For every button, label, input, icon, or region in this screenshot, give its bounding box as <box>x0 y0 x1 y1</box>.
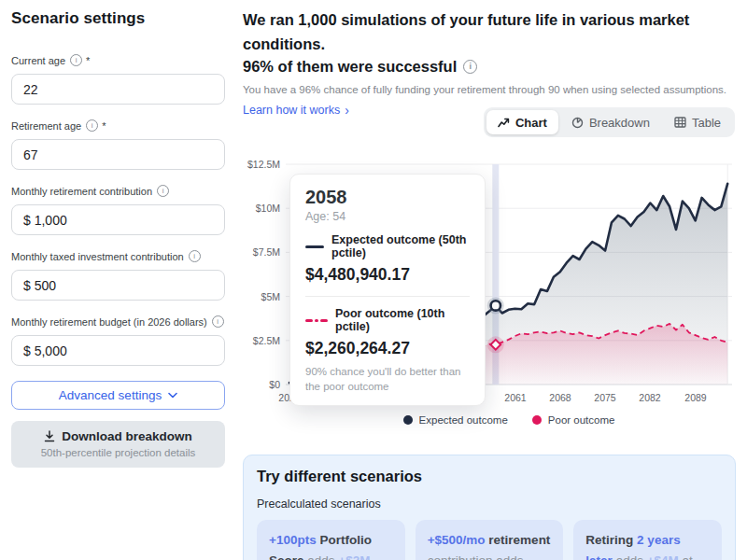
tab-table[interactable]: Table <box>663 110 732 134</box>
legend-poor-label: Poor outcome <box>548 414 615 426</box>
legend-dot-poor <box>532 415 542 425</box>
learn-link-label: Learn how it works <box>243 104 340 117</box>
scenario-card-text: +$4M <box>647 553 679 560</box>
info-icon[interactable]: i <box>463 60 477 74</box>
download-icon <box>44 430 55 442</box>
retirement-age-input[interactable] <box>11 139 225 170</box>
x-tick-label: 2089 <box>677 392 714 403</box>
scenarios-subtitle: Precalculated scenarios <box>257 497 722 511</box>
results-header: We ran 1,000 simulations of your future … <box>243 7 736 118</box>
x-tick-label: 2061 <box>497 392 534 403</box>
assumptions-subtext: You have a 96% chance of fully funding y… <box>243 84 736 95</box>
try-scenarios-panel: Try different scenarios Precalculated sc… <box>243 455 736 560</box>
required-asterisk: * <box>86 55 90 66</box>
scenario-card-text: adds <box>304 553 339 560</box>
legend-poor: Poor outcome <box>532 414 615 426</box>
y-tick-label: $0 <box>269 379 280 390</box>
scenario-card-text: retirement <box>486 533 551 547</box>
expected-line-sample <box>305 245 324 248</box>
field-label: Monthly taxed investment contribution <box>11 251 184 262</box>
scenario-card[interactable]: Retiring 2 years later adds +$4M at reti… <box>573 520 722 560</box>
scenario-card-text: contribution adds <box>428 553 524 560</box>
chart-tooltip: 2058 Age: 54 Expected outcome (50th pcti… <box>289 174 486 406</box>
scenarios-title: Try different scenarios <box>257 468 722 485</box>
tab-chart[interactable]: Chart <box>486 110 558 134</box>
current-age-input[interactable] <box>11 74 225 105</box>
y-tick-label: $12.5M <box>247 159 280 170</box>
y-tick-label: $2.5M <box>253 335 280 346</box>
scenario-card-text: adds <box>613 553 647 560</box>
required-asterisk: * <box>102 120 106 132</box>
field-retirement-age: Retirement age i * <box>11 119 225 170</box>
download-subtitle: 50th-percentile projection details <box>19 447 218 458</box>
scenario-card-text: +100pts <box>269 533 317 547</box>
advanced-settings-button[interactable]: Advanced settings <box>11 381 225 410</box>
tooltip-poor-value: $2,260,264.27 <box>305 339 470 358</box>
tooltip-note: 90% chance you'll do better than the poo… <box>305 365 470 394</box>
info-icon[interactable]: i <box>212 315 224 328</box>
field-label: Retirement age <box>11 120 81 132</box>
download-title: Download breakdown <box>62 429 192 443</box>
field-current-age: Current age i * <box>11 54 225 105</box>
field-label: Current age <box>11 55 65 66</box>
field-label: Monthly retirement contribution <box>11 186 152 197</box>
chevron-down-icon <box>168 392 177 399</box>
sidebar-title: Scenario settings <box>11 9 225 28</box>
headline: We ran 1,000 simulations of your future … <box>243 7 736 57</box>
field-label: Monthly retirement budget (in 2026 dolla… <box>11 316 207 328</box>
tooltip-year: 2058 <box>305 187 470 208</box>
tooltip-expected-value: $4,480,940.17 <box>305 265 470 285</box>
scenario-card-text: +$2M <box>338 553 370 560</box>
tooltip-expected-label: Expected outcome (50th pctile) <box>331 233 470 259</box>
legend-expected: Expected outcome <box>403 414 508 426</box>
field-monthly-taxed-contribution: Monthly taxed investment contribution i <box>11 250 225 301</box>
scenario-card-text: Retiring <box>585 533 637 547</box>
learn-how-it-works-link[interactable]: Learn how it works › <box>243 104 349 117</box>
info-icon[interactable]: i <box>86 119 98 132</box>
poor-line-sample <box>305 319 328 322</box>
success-rate-headline: 96% of them were successful <box>243 58 457 76</box>
info-icon[interactable]: i <box>157 185 169 197</box>
legend-expected-label: Expected outcome <box>419 414 508 426</box>
scenario-card[interactable]: +$500/mo retirement contribution adds +$… <box>416 520 564 560</box>
x-tick-label: 2082 <box>631 392 669 403</box>
pie-chart-icon <box>571 117 584 129</box>
scenario-card[interactable]: +100pts Portfolio Score adds +$2M over y… <box>257 520 405 560</box>
scenario-settings-panel: Scenario settings Current age i * Retire… <box>11 9 225 468</box>
info-icon[interactable]: i <box>70 54 82 66</box>
trend-chart-icon <box>498 118 510 128</box>
field-monthly-retirement-budget: Monthly retirement budget (in 2026 dolla… <box>11 315 225 366</box>
y-axis-labels: $0$2.5M$5M$7.5M$10M$12.5M <box>243 161 280 388</box>
monthly-retirement-contribution-input[interactable] <box>11 204 225 235</box>
tab-breakdown-label: Breakdown <box>589 116 650 130</box>
tab-table-label: Table <box>692 116 721 130</box>
legend-dot-expected <box>403 415 413 425</box>
monthly-taxed-contribution-input[interactable] <box>11 270 225 301</box>
projection-chart[interactable]: $0$2.5M$5M$7.5M$10M$12.5M 20262033204020… <box>243 161 736 441</box>
table-icon <box>674 117 686 128</box>
y-tick-label: $10M <box>256 203 280 214</box>
y-tick-label: $7.5M <box>253 246 280 258</box>
chart-legend: Expected outcome Poor outcome <box>286 414 732 426</box>
scenario-card-text: +$500/mo <box>428 533 486 547</box>
download-breakdown-button[interactable]: Download breakdown 50th-percentile proje… <box>11 421 225 468</box>
tab-breakdown[interactable]: Breakdown <box>560 110 661 134</box>
field-monthly-retirement-contribution: Monthly retirement contribution i <box>11 185 225 235</box>
chevron-right-icon: › <box>345 104 349 117</box>
scenario-cards: +100pts Portfolio Score adds +$2M over y… <box>257 520 722 560</box>
x-tick-label: 2068 <box>542 392 579 403</box>
monthly-retirement-budget-input[interactable] <box>11 335 225 366</box>
chart-view-tabs: Chart Breakdown Table <box>484 107 735 137</box>
info-icon[interactable]: i <box>189 250 201 262</box>
tooltip-age: Age: 54 <box>305 210 470 223</box>
tooltip-poor-label: Poor outcome (10th pctile) <box>335 307 470 333</box>
advanced-settings-label: Advanced settings <box>59 388 162 402</box>
tab-chart-label: Chart <box>515 116 547 130</box>
x-tick-label: 2075 <box>586 392 624 403</box>
y-tick-label: $5M <box>261 291 280 302</box>
tooltip-divider <box>305 296 470 297</box>
